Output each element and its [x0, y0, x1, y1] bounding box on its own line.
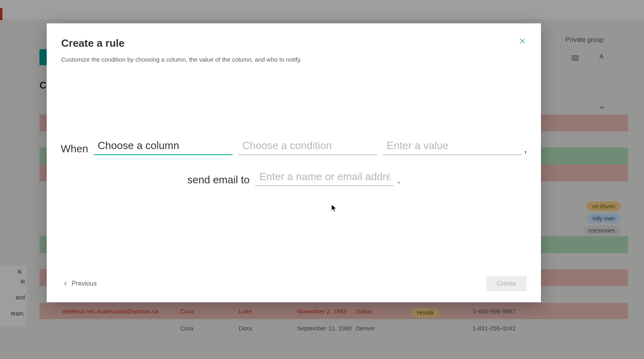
dialog-title: Create a rule	[61, 37, 526, 50]
create-button[interactable]: Create	[486, 276, 526, 291]
sentence-period: .	[397, 174, 400, 186]
sentence-when: When	[61, 143, 88, 155]
recipient-input[interactable]	[255, 170, 394, 186]
sentence-send-to: send email to	[188, 174, 250, 186]
previous-button-label: Previous	[72, 280, 97, 287]
close-button[interactable]	[516, 35, 529, 48]
dialog-footer: Previous Create	[47, 274, 541, 302]
rule-action-sentence: send email to .	[188, 170, 400, 186]
dialog-subtitle: Customize the condition by choosing a co…	[61, 56, 526, 63]
chevron-left-icon	[63, 281, 68, 286]
dialog-header: Create a rule Customize the condition by…	[47, 23, 541, 67]
sentence-comma: ,	[524, 143, 527, 155]
condition-picker[interactable]	[238, 139, 377, 155]
close-icon	[519, 37, 526, 45]
rule-condition-sentence: When ,	[61, 139, 527, 155]
previous-button[interactable]: Previous	[61, 278, 98, 290]
value-input[interactable]	[383, 139, 522, 155]
dialog-body: When , send email to .	[47, 67, 541, 274]
create-rule-dialog: Create a rule Customize the condition by…	[47, 23, 541, 302]
column-picker[interactable]	[94, 139, 233, 155]
